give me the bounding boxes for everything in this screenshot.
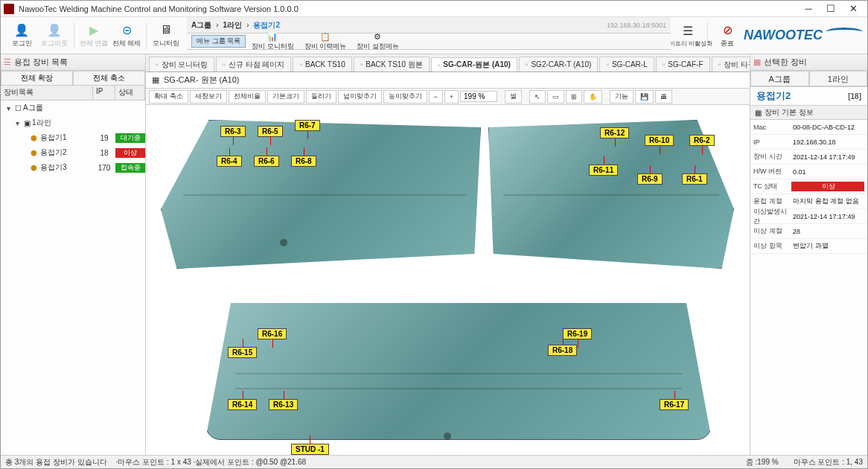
callout[interactable]: R6-12 [600,127,629,138]
document-tab[interactable]: ▫장비 모니터링 [149,57,214,71]
maximize-button[interactable]: ☐ [820,3,842,14]
zoom-out-button[interactable]: − [429,90,443,103]
callout[interactable]: STUD -1 [291,444,329,455]
function-button[interactable]: 기능 [610,90,634,103]
callout[interactable]: R6-13 [269,399,298,410]
document-tabs: ▫장비 모니터링▫신규 타점 페이지▫BACK TS10▫BACK TS10 원… [146,54,750,72]
document-tab[interactable]: ▫BACK TS10 [293,57,351,71]
document-tab[interactable]: ▫SG-CAR-L [599,57,654,71]
disconnect-all-button[interactable]: ⊝전체 해제 [110,19,143,52]
info-icon: ▦ [755,109,762,117]
doc-icon: ▦ [152,75,159,85]
center-panel: ▫장비 모니터링▫신규 타점 페이지▫BACK TS10▫BACK TS10 원… [146,54,750,455]
zoom-input[interactable] [460,91,497,102]
document-tab[interactable]: ▫SG-CAF-F [656,57,710,71]
tree-device-row[interactable]: ⬢용접기218이상 [1,145,145,160]
fit-width-button[interactable]: 넓이맞추기 [338,90,382,103]
default-size-button[interactable]: 기본크기 [267,90,304,103]
tree-device-row[interactable]: ⬢용접기3170접속중 [1,160,145,175]
document-tab[interactable]: ▫장비 타점 도면 관리 [712,57,750,71]
callout[interactable]: R6-15 [228,347,257,358]
zoom-fit-button[interactable]: 확대 축소 [149,90,188,103]
collapse-all-button[interactable]: 전체 축소 [73,71,145,86]
save-tool[interactable]: 💾 [635,90,654,103]
document-subtitle-bar: ▦ SG-CAR- 원본 (A10) [146,72,750,89]
status-zoom: 줌 :199 % [746,457,779,468]
info-row: Mac00-08-DC-AB-CD-12 [750,120,867,135]
callout[interactable]: R6-11 [589,165,618,176]
expand-all-button[interactable]: 전체 확장 [1,71,73,86]
callout[interactable]: R6-17 [660,399,689,410]
selection-tabs: A그룹 1라인 [750,71,867,87]
crumb-device[interactable]: 용접기2 [253,20,280,31]
left-panel-header: ☰ 용접 장비 목록 [1,54,145,71]
exit-button[interactable]: ⊘종료 [711,19,744,52]
tab-icon: ▫ [663,60,666,68]
pan-tool[interactable]: ✋ [584,90,602,103]
monitoring-button[interactable]: 🖥모니터링 [150,19,182,52]
minimize-button[interactable]: ─ [797,3,820,14]
col-ip: IP [93,86,115,100]
crumb-line[interactable]: 1라인 [223,20,243,31]
callout[interactable]: R6-16 [258,328,287,339]
callout[interactable]: R6-14 [228,399,257,410]
callout[interactable]: R6-8 [291,156,316,167]
device-history-menu[interactable]: 📋장비 이력메뉴 [300,31,351,52]
login-button[interactable]: 👤로그인 [5,19,38,52]
full-ratio-button[interactable]: 전체비율 [229,90,266,103]
device-icon: ⬢ [31,164,37,172]
new-window-button[interactable]: 새창보기 [190,90,227,103]
sel-tab-line[interactable]: 1라인 [809,71,868,86]
ribbon-menu: 메뉴 그룹 목록 📊장비 모니터링 📋장비 이력메뉴 ⚙장비 설정메뉴 [187,34,671,50]
tree-device-row[interactable]: ⬢용접기119대기중 [1,130,145,145]
callout[interactable]: R6-2 [689,135,715,146]
tree-root[interactable]: ▾ ☐ A그룹 [1,100,145,115]
info-row: 이상 계절28 [750,224,867,239]
exit-icon: ⊘ [720,22,735,37]
col-state: 상태 [115,86,145,100]
close-button[interactable]: ✕ [842,3,864,14]
device-monitor-menu[interactable]: 📊장비 모니터링 [247,31,299,52]
tree-disable-button[interactable]: ☰장비트리 비활성화 [671,19,704,52]
select-tool[interactable]: ▭ [547,90,564,103]
sel-tab-group[interactable]: A그룹 [750,71,809,86]
callout[interactable]: R6-9 [637,173,663,185]
pointer-tool[interactable]: ↖ [529,90,546,103]
info-row: TC 상태이상 [750,179,867,194]
document-tab[interactable]: ▫신규 타점 페이지 [216,57,291,71]
callout[interactable]: R6-1 [682,173,707,185]
status-mouse2: 마우스 포인트 : 1, 43 [794,457,863,468]
measure-tool[interactable]: ⊞ [566,90,582,103]
callout[interactable]: R6-3 [220,126,246,137]
col-name: 장비목록 [1,86,93,100]
collapse-icon[interactable]: ▾ [13,119,22,127]
device-setting-menu[interactable]: ⚙장비 설정메뉴 [352,31,403,52]
document-tab[interactable]: ▫SG-CAR-원본 (A10) [431,57,517,72]
callout[interactable]: R6-18 [548,345,577,356]
connect-all-button[interactable]: ▶전체 연결 [77,19,110,52]
rotate-button[interactable]: 돌리기 [306,90,336,103]
cell-button[interactable]: 셀 [505,90,522,103]
menu-group-list[interactable]: 메뉴 그룹 목록 [191,35,246,48]
callout[interactable]: R6-10 [645,135,674,146]
logout-button[interactable]: 👤로그아웃 [38,19,71,52]
drawing-canvas[interactable]: R6-3 R6-5 R6-7 R6-4 R6-6 R6-8 R6-12 R6-1… [146,105,750,455]
device-address: 192.168.30.18:5001 [607,22,666,29]
crumb-group[interactable]: A그룹 [191,20,211,31]
callout[interactable]: R6-5 [258,126,283,137]
zoom-in-button[interactable]: + [444,90,459,103]
collapse-icon[interactable]: ▾ [4,104,13,112]
document-tab[interactable]: ▫SG2-CAR-T (A10) [519,57,599,71]
device-icon: ⬢ [31,149,37,157]
grid-icon: ▦ [753,57,761,67]
tree-line[interactable]: ▾ ▣ 1라인 [1,115,145,130]
document-tab[interactable]: ▫BACK TS10 원본 [354,57,430,71]
callout[interactable]: R6-4 [217,156,242,167]
info-row: 이상발생시간2021-12-14 17:17:49 [750,209,867,224]
callout[interactable]: R6-19 [563,328,592,339]
callout[interactable]: R6-6 [254,156,279,167]
print-tool[interactable]: 🖶 [655,90,672,103]
brand-logo: NAWOOTEC [744,28,863,43]
fit-height-button[interactable]: 높이맞추기 [383,90,427,103]
callout[interactable]: R6-7 [295,120,320,131]
